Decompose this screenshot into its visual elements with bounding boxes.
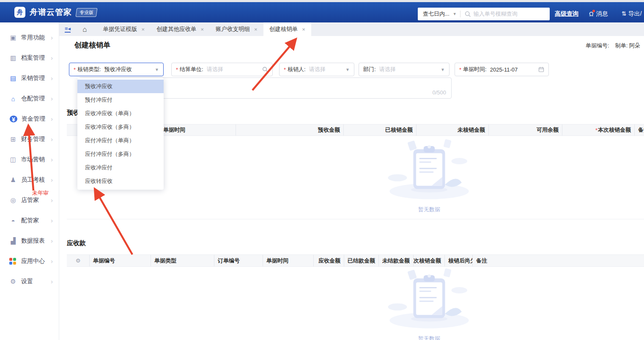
gear-icon: ⚙ [9,278,17,285]
tab-item[interactable]: 创建核销单× [263,22,311,36]
bell-icon: Ω [589,11,593,17]
empty-text: 暂无数据 [366,335,493,340]
home-icon[interactable]: ⌂ [82,26,87,33]
app-header: 舟 舟谱云管家 专业版 查七日内... ▼ 输入单号模糊查询 高级查询 Ω 消息… [0,2,644,22]
search-scope-select[interactable]: 查七日内... ▼ [418,10,460,18]
dropdown-option[interactable]: 预付冲应付 [77,93,164,107]
sidebar-item-label: 店管家 [21,196,39,204]
sidebar-item-warehouse-mgmt[interactable]: ⌂仓配管理› [0,88,59,109]
column-header: 单据时间 [263,255,314,266]
chevron-down-icon: ▼ [155,67,159,72]
field-value: 2025-11-07 [490,66,518,73]
field-label: 结算单位: [180,66,203,73]
verifier-select[interactable]: * 核销人: 请选择 ▼ [279,63,354,76]
sidebar-item-label: 设置 [21,278,33,285]
bar-chart-icon: ▟ [9,237,17,245]
column-settings-gear-icon[interactable]: ⚙ [67,255,90,266]
tab-bar: ≡◂ ⌂ 单据凭证模版×创建其他应收单×账户收支明细×创建核销单× [59,22,644,36]
sidebar-item-marketing[interactable]: ◫市场营销› [0,149,59,170]
calendar-icon [538,66,544,72]
yen-circle-icon: ¥ [10,116,17,122]
open-tabs: 单据凭证模版×创建其他应收单×账户收支明细×创建核销单× [97,22,311,36]
order-search-input[interactable]: 输入单号模糊查询 [474,10,518,18]
app-logo-icon: 舟 [14,7,25,18]
column-header: 预收金额 [236,124,344,135]
sidebar-item-finance-mgmt[interactable]: ⊞财务管理› [0,129,59,149]
chevron-down-icon: ▼ [453,12,457,16]
tab-item[interactable]: 账户收支明细× [210,22,263,36]
warehouse-house-icon: ⌂ [9,95,17,102]
dropdown-option[interactable]: 预收冲应收 [77,80,164,93]
advanced-query-link[interactable]: 高级查询 [555,10,578,18]
dashboard-icon: ▣ [9,34,17,41]
dispatch-chat-icon: ◓ [9,217,17,224]
search-icon [262,66,268,72]
required-mark: * [284,66,286,73]
notification-dot [592,10,595,12]
tab-item[interactable]: 创建其他应收单× [151,22,210,36]
sidebar-item-settings[interactable]: ⚙设置› [0,271,59,292]
empty-state: 暂无数据 [366,139,493,213]
sidebar-item-store-keeper[interactable]: ◎店管家› [0,190,59,210]
department-select[interactable]: 部门: 请选择 ▼ [359,63,449,76]
close-tab-icon[interactable]: × [254,26,258,33]
doc-date-picker[interactable]: * 单据时间: 2025-11-07 [455,63,549,76]
column-header: *本次核销金额 [414,255,445,266]
empty-state: 暂无数据 [366,268,493,340]
sidebar-item-funds-mgmt[interactable]: ¥资金管理› [0,109,59,129]
chevron-right-icon: › [51,75,53,82]
empty-illustration [383,268,476,332]
audit-warning-text: 未年审 [32,189,49,197]
divider [460,11,460,17]
sidebar-item-staff-assessment[interactable]: ♟员工考核› [0,170,59,190]
sidebar-item-label: 常用功能 [21,34,45,41]
sidebar-item-dispatch-keeper[interactable]: ◓配管家› [0,210,59,231]
column-header: 可用余额 [489,124,562,135]
sidebar-item-common-functions[interactable]: ▣常用功能› [0,28,59,48]
column-header: 未核销金额 [417,124,489,135]
close-tab-icon[interactable]: × [302,26,305,33]
dropdown-option[interactable]: 应收冲应付 [77,161,164,174]
empty-illustration [383,139,476,202]
dropdown-option[interactable]: 应收冲应收（单商） [77,107,164,120]
calculator-icon: ⊞ [9,135,17,143]
sidebar-item-data-reports[interactable]: ▟数据报表› [0,231,59,251]
messages-button[interactable]: Ω 消息 [589,10,608,18]
store-icon: ◎ [9,196,17,204]
dropdown-option[interactable]: 应收转应收 [77,174,164,188]
column-header: 单据编号 [90,255,151,266]
tab-label: 创建其他应收单 [156,25,197,33]
field-placeholder: 请选择 [207,66,223,73]
chevron-right-icon: › [51,217,53,224]
field-value: 预收冲应收 [104,66,132,73]
close-tab-icon[interactable]: × [201,26,204,33]
purchase-sales-icon: ▤ [9,75,17,82]
tab-item[interactable]: 单据凭证模版× [97,22,151,36]
chevron-right-icon: › [51,258,53,265]
messages-label: 消息 [596,10,608,18]
required-mark: * [595,127,597,133]
doc-info: 单据编号: 制单: 阿朵 [586,42,644,50]
sidebar-item-app-center[interactable]: 应用中心› [0,251,59,271]
tab-label: 创建核销单 [269,25,298,33]
collapse-menu-icon[interactable]: ≡◂ [65,26,71,33]
verify-type-select[interactable]: * 核销类型: 预收冲应收 ▼ [69,63,164,76]
search-icon [465,11,471,17]
app-window: 舟 舟谱云管家 专业版 查七日内... ▼ 输入单号模糊查询 高级查询 Ω 消息… [0,0,644,340]
close-tab-icon[interactable]: × [141,26,145,33]
chevron-right-icon: › [51,34,53,41]
settlement-unit-select[interactable]: * 结算单位: 请选择 [171,63,273,76]
column-header: 备注 [473,255,644,266]
dropdown-option[interactable]: 应付冲应付（多商） [77,147,164,161]
dropdown-option[interactable]: 应收冲应收（多商） [77,120,164,134]
dropdown-option[interactable]: 应付冲应付（单商） [77,134,164,147]
chevron-right-icon: › [51,95,53,102]
creator-label: 制单: 阿朵 [615,42,640,50]
sidebar-item-purchase-sales-mgmt[interactable]: ▤采销管理› [0,68,59,88]
export-button[interactable]: ⇅ 导出/ [622,10,642,18]
doc-no-label: 单据编号: [586,42,609,50]
sidebar-item-archive-mgmt[interactable]: ▥档案管理› [0,48,59,68]
chevron-right-icon: › [51,197,53,204]
sidebar-item-label: 采销管理 [21,75,45,82]
section-title-receivables: 应收款 [67,239,86,247]
